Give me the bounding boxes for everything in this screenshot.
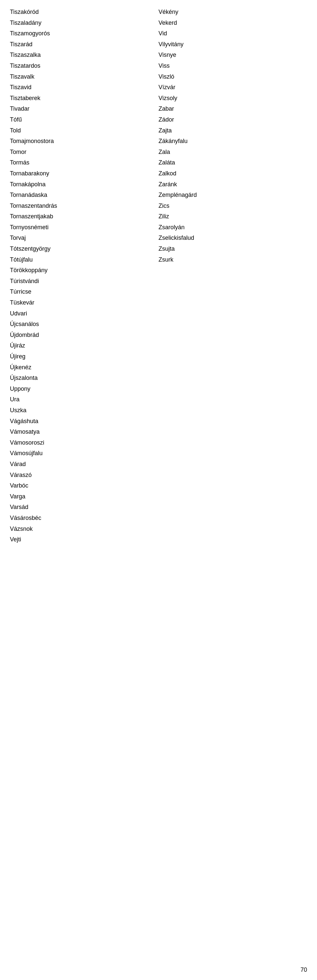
list-item: Vizsoly — [158, 93, 307, 104]
list-item: Varbóc — [10, 480, 158, 491]
list-item: Tornanádaska — [10, 189, 158, 200]
list-item: Zsarolyán — [158, 222, 307, 233]
list-item: Várad — [10, 459, 158, 470]
list-item: Torvaj — [10, 232, 158, 243]
list-item: Vilyvitány — [158, 39, 307, 50]
list-item: Zajta — [158, 125, 307, 136]
list-item: Váraszó — [10, 470, 158, 480]
list-item: Tornakápolna — [10, 179, 158, 190]
list-item: Vejti — [10, 534, 158, 545]
list-item: Tomajmonostora — [10, 136, 158, 146]
list-item: Zsujta — [158, 243, 307, 255]
list-item: Zala — [158, 146, 307, 158]
list-item: Újkenéz — [10, 362, 158, 373]
list-item: Vágáshuta — [10, 416, 158, 427]
list-item: Zsurk — [158, 255, 307, 265]
list-item: Vámosoroszi — [10, 438, 158, 448]
list-item: Tiszavid — [10, 82, 158, 93]
list-item: Told — [10, 125, 158, 136]
list-item: Vámosújfalu — [10, 448, 158, 459]
list-item: Varsád — [10, 502, 158, 512]
list-item: Tótszentgyörgy — [10, 243, 158, 255]
list-item: Zabar — [158, 103, 307, 114]
list-item: Zaránk — [158, 179, 307, 190]
list-item: Tomor — [10, 146, 158, 158]
list-item: Viszló — [158, 72, 307, 82]
list-item: Udvari — [10, 308, 158, 319]
list-item: Tiszaszalka — [10, 49, 158, 60]
list-item: Visnye — [158, 49, 307, 60]
list-item: Tornyosnémeti — [10, 222, 158, 233]
list-item: Törökkoppány — [10, 265, 158, 276]
list-item: Zádor — [158, 114, 307, 125]
list-item: Újcsanálos — [10, 319, 158, 329]
list-item: Zics — [158, 200, 307, 212]
list-item: Tiszaladány — [10, 18, 158, 29]
list-item: Túrricse — [10, 286, 158, 297]
list-item: Zalkod — [158, 168, 307, 179]
list-item: Ura — [10, 394, 158, 405]
list-item: Zákányfalu — [158, 136, 307, 146]
list-item: Vázsnok — [10, 523, 158, 535]
list-item: Tisztaberek — [10, 93, 158, 104]
list-item: Vid — [158, 28, 307, 39]
list-item: Zemplénagárd — [158, 189, 307, 200]
list-item: Tótújfalu — [10, 255, 158, 265]
list-item: Tornaszentjakab — [10, 211, 158, 222]
list-item: Tiszamogyorós — [10, 28, 158, 39]
list-item: Túristvándi — [10, 276, 158, 287]
list-item: Vásárosbéc — [10, 512, 158, 523]
list-item: Tornabarakony — [10, 168, 158, 179]
list-item: Ziliz — [158, 211, 307, 222]
list-item: Tormás — [10, 157, 158, 168]
page-number: 70 — [301, 966, 307, 974]
list-item: Újireg — [10, 351, 158, 362]
list-item: Viss — [158, 60, 307, 72]
list-item: Újiráz — [10, 340, 158, 351]
list-item: Varga — [10, 491, 158, 502]
list-item: Zselickisfalud — [158, 232, 307, 243]
list-item: Újszalonta — [10, 372, 158, 383]
list-item: Uszka — [10, 405, 158, 416]
list-item: Tornaszentandrás — [10, 200, 158, 212]
left-column: TiszakóródTiszaladányTiszamogyorósTiszar… — [10, 6, 158, 545]
list-item: Tüskevár — [10, 297, 158, 308]
list-item: Tivadar — [10, 103, 158, 114]
list-item: Tófű — [10, 114, 158, 125]
list-item: Tiszatardos — [10, 60, 158, 72]
right-column: VékényVekerdVidVilyvitányVisnyeVissViszl… — [158, 6, 307, 545]
list-item: Tiszakóród — [10, 6, 158, 18]
list-item: Tiszarád — [10, 39, 158, 50]
list-item: Vékény — [158, 6, 307, 18]
list-item: Vámosatya — [10, 426, 158, 438]
list-item: Vízvár — [158, 82, 307, 93]
list-item: Vekerd — [158, 18, 307, 29]
list-item: Újdombrád — [10, 329, 158, 340]
list-item: Uppony — [10, 383, 158, 395]
list-item: Zaláta — [158, 157, 307, 168]
list-item: Tiszavalk — [10, 72, 158, 82]
